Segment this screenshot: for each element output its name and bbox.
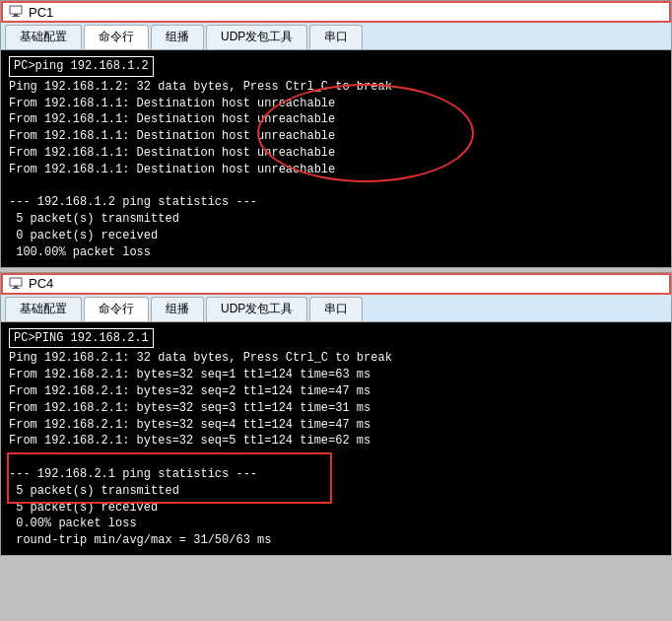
pc4-tab-bar: 基础配置 命令行 组播 UDP发包工具 串口 [1, 295, 671, 322]
svg-rect-1 [14, 14, 18, 16]
pc4-line-4: From 192.168.2.1: bytes=32 seq=4 ttl=124… [9, 417, 663, 434]
pc4-line-11: round-trip min/avg/max = 31/50/63 ms [9, 532, 663, 549]
pc1-line-8: 5 packet(s) transmitted [9, 211, 663, 228]
pc1-line-3: From 192.168.1.1: Destination host unrea… [9, 128, 663, 145]
pc4-command-line: PC>PING 192.168.2.1 [9, 328, 663, 349]
pc4-tab-2[interactable]: 组播 [151, 297, 204, 321]
pc1-tab-0[interactable]: 基础配置 [5, 25, 82, 49]
pc4-tab-0[interactable]: 基础配置 [5, 297, 82, 321]
pc1-line-0: Ping 192.168.1.2: 32 data bytes, Press C… [9, 79, 663, 96]
pc4-line-0: Ping 192.168.2.1: 32 data bytes, Press C… [9, 350, 663, 367]
pc1-line-1: From 192.168.1.1: Destination host unrea… [9, 96, 663, 112]
pc4-command: PC>PING 192.168.2.1 [9, 328, 154, 349]
svg-rect-0 [10, 6, 22, 14]
pc4-tab-4[interactable]: 串口 [309, 297, 363, 321]
pc1-terminal[interactable]: PC>ping 192.168.1.2 Ping 192.168.1.2: 32… [1, 50, 671, 267]
pc1-command-line: PC>ping 192.168.1.2 [9, 56, 663, 77]
pc1-title-bar: PC1 [1, 1, 671, 23]
pc1-line-4: From 192.168.1.1: Destination host unrea… [9, 145, 663, 162]
pc1-command: PC>ping 192.168.1.2 [9, 56, 154, 77]
pc1-line-9: 0 packet(s) received [9, 228, 663, 244]
pc4-line-9: 5 packet(s) received [9, 500, 663, 517]
pc4-line-2: From 192.168.2.1: bytes=32 seq=2 ttl=124… [9, 383, 663, 400]
pc4-title-bar: PC4 [1, 273, 671, 295]
pc4-tab-3[interactable]: UDP发包工具 [206, 297, 307, 321]
svg-rect-5 [12, 288, 20, 289]
pc4-line-8: 5 packet(s) transmitted [9, 483, 663, 500]
pc4-line-3: From 192.168.2.1: bytes=32 seq=3 ttl=124… [9, 400, 663, 417]
svg-rect-2 [12, 16, 20, 17]
pc4-line-1: From 192.168.2.1: bytes=32 seq=1 ttl=124… [9, 367, 663, 383]
pc4-line-10: 0.00% packet loss [9, 516, 663, 532]
pc1-tab-3[interactable]: UDP发包工具 [206, 25, 307, 49]
pc4-tab-1[interactable]: 命令行 [84, 297, 149, 321]
pc1-window: PC1 基础配置 命令行 组播 UDP发包工具 串口 PC>ping 192.1… [0, 0, 672, 268]
pc1-tab-bar: 基础配置 命令行 组播 UDP发包工具 串口 [1, 23, 671, 50]
pc1-line-5: From 192.168.1.1: Destination host unrea… [9, 162, 663, 178]
pc1-icon [9, 5, 23, 19]
pc1-tab-4[interactable]: 串口 [309, 25, 363, 49]
pc4-title: PC4 [29, 276, 53, 291]
pc4-line-7: --- 192.168.2.1 ping statistics --- [9, 466, 663, 483]
pc4-window: PC4 基础配置 命令行 组播 UDP发包工具 串口 PC>PING 192.1… [0, 272, 672, 556]
pc1-line-10: 100.00% packet loss [9, 244, 663, 261]
pc1-line-blank [9, 178, 663, 195]
pc1-title: PC1 [29, 5, 53, 20]
pc4-terminal[interactable]: PC>PING 192.168.2.1 Ping 192.168.2.1: 32… [1, 322, 671, 555]
svg-rect-4 [14, 286, 18, 288]
pc4-icon [9, 277, 23, 291]
pc1-tab-1[interactable]: 命令行 [84, 25, 149, 49]
pc1-line-2: From 192.168.1.1: Destination host unrea… [9, 111, 663, 128]
pc4-line-blank [9, 449, 663, 466]
pc4-line-5: From 192.168.2.1: bytes=32 seq=5 ttl=124… [9, 433, 663, 449]
pc1-tab-2[interactable]: 组播 [151, 25, 204, 49]
pc1-line-7: --- 192.168.1.2 ping statistics --- [9, 194, 663, 211]
svg-rect-3 [10, 278, 22, 286]
